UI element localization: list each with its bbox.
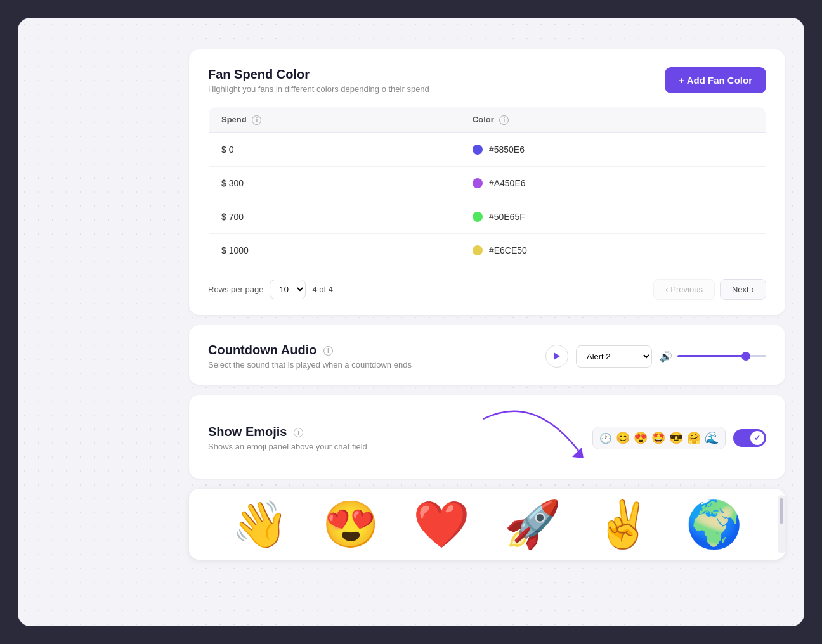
emoji-panel: 👋 😍 ❤️ 🚀 ✌️ 🌍	[189, 489, 785, 560]
table-row: $ 0#5850E6	[209, 133, 766, 167]
section-header: Fan Spend Color Highlight you fans in di…	[208, 67, 766, 94]
spend-cell: $ 300	[209, 167, 460, 200]
emoji-panel-scrollbar[interactable]	[778, 495, 785, 553]
alert-select[interactable]: Alert 1 Alert 2 Alert 3	[576, 345, 652, 368]
pagination-right: ‹ Previous Next ›	[653, 279, 766, 300]
emoji-heart-eyes[interactable]: 😍	[322, 501, 379, 547]
pagination-row: Rows per page 10 25 50 4 of 4 ‹ Previous…	[208, 279, 766, 300]
clock-icon: 🕐	[599, 432, 612, 444]
main-container: Fan Spend Color Highlight you fans in di…	[18, 18, 804, 626]
color-label: #E6CE50	[489, 245, 527, 255]
audio-title-block: Countdown Audio i Select the sound that …	[208, 343, 412, 370]
emoji-controls: 🕐 😊 😍 🤩 😎 🤗 🌊 ✓	[483, 413, 766, 463]
pagination-left: Rows per page 10 25 50 4 of 4	[208, 280, 333, 299]
show-emojis-toggle[interactable]: ✓	[733, 429, 766, 447]
preview-emoji-3: 🤩	[651, 431, 665, 445]
color-cell: #5850E6	[460, 133, 766, 167]
toggle-check-icon: ✓	[754, 434, 760, 442]
volume-control: 🔊	[660, 351, 766, 363]
spend-cell: $ 700	[209, 200, 460, 234]
preview-emoji-2: 😍	[634, 431, 648, 445]
audio-controls: Alert 1 Alert 2 Alert 3 🔊	[545, 345, 766, 368]
preview-emoji-1: 😊	[616, 431, 630, 445]
rows-per-page-label: Rows per page	[208, 285, 263, 294]
emoji-title-block: Show Emojis i Shows an emoji panel above…	[208, 425, 367, 451]
play-icon	[553, 352, 561, 361]
emoji-preview-bar: 🕐 😊 😍 🤩 😎 🤗 🌊	[592, 427, 726, 449]
preview-emoji-4: 😎	[669, 431, 683, 445]
fan-spend-color-section: Fan Spend Color Highlight you fans in di…	[189, 49, 785, 315]
section-title-block: Fan Spend Color Highlight you fans in di…	[208, 67, 429, 94]
color-label: #5850E6	[489, 145, 525, 155]
show-emojis-title: Show Emojis i	[208, 425, 367, 439]
spend-cell: $ 1000	[209, 234, 460, 267]
next-button[interactable]: Next ›	[720, 279, 766, 300]
color-label: #50E65F	[489, 212, 525, 222]
chevron-right-icon: ›	[752, 285, 754, 294]
countdown-info-icon[interactable]: i	[323, 346, 333, 356]
show-emojis-subtitle: Shows an emoji panel above your chat fie…	[208, 442, 367, 451]
volume-slider[interactable]	[677, 355, 766, 357]
spend-color-table: Spend i Color i $ 0#5850E6$ 300#A450E6$ …	[208, 106, 766, 267]
color-dot	[473, 245, 483, 255]
countdown-audio-subtitle: Select the sound that is played when a c…	[208, 360, 412, 370]
color-info-icon[interactable]: i	[499, 115, 509, 125]
countdown-audio-section: Countdown Audio i Select the sound that …	[189, 325, 785, 385]
spend-cell: $ 0	[209, 133, 460, 167]
emoji-rocket[interactable]: 🚀	[504, 501, 561, 547]
rows-per-page-select[interactable]: 10 25 50	[270, 280, 306, 299]
play-button[interactable]	[545, 345, 568, 368]
toggle-knob: ✓	[750, 431, 764, 445]
table-row: $ 700#50E65F	[209, 200, 766, 234]
show-emojis-section: Show Emojis i Shows an emoji panel above…	[189, 395, 785, 479]
arrow-decoration	[483, 413, 585, 463]
preview-emoji-6: 🌊	[705, 431, 719, 445]
emoji-peace[interactable]: ✌️	[595, 501, 652, 547]
emoji-heart[interactable]: ❤️	[413, 501, 470, 547]
scrollbar-thumb	[780, 498, 783, 524]
audio-section-inner: Countdown Audio i Select the sound that …	[208, 343, 766, 370]
spend-info-icon[interactable]: i	[252, 115, 261, 125]
chevron-left-icon: ‹	[665, 285, 668, 294]
main-content: Fan Spend Color Highlight you fans in di…	[183, 37, 804, 607]
color-cell: #E6CE50	[460, 234, 766, 267]
table-row: $ 300#A450E6	[209, 167, 766, 200]
emoji-section-inner: Show Emojis i Shows an emoji panel above…	[208, 413, 766, 463]
countdown-audio-title: Countdown Audio i	[208, 343, 412, 357]
add-fan-color-button[interactable]: + Add Fan Color	[665, 67, 766, 93]
color-dot	[473, 212, 483, 222]
fan-spend-color-title: Fan Spend Color	[208, 67, 429, 82]
sidebar	[18, 37, 183, 607]
spend-column-header: Spend i	[209, 107, 460, 133]
color-column-header: Color i	[460, 107, 766, 133]
previous-button[interactable]: ‹ Previous	[653, 279, 715, 300]
fan-spend-color-subtitle: Highlight you fans in different colors d…	[208, 84, 429, 94]
color-cell: #A450E6	[460, 167, 766, 200]
table-row: $ 1000#E6CE50	[209, 234, 766, 267]
color-dot	[473, 178, 483, 188]
preview-emoji-5: 🤗	[687, 431, 701, 445]
emoji-globe[interactable]: 🌍	[686, 501, 743, 547]
color-label: #A450E6	[489, 178, 526, 188]
color-cell: #50E65F	[460, 200, 766, 234]
color-dot	[473, 145, 483, 155]
emojis-info-icon[interactable]: i	[294, 428, 303, 437]
emoji-wave[interactable]: 👋	[232, 501, 289, 547]
volume-icon: 🔊	[660, 351, 672, 363]
page-info: 4 of 4	[312, 285, 333, 294]
